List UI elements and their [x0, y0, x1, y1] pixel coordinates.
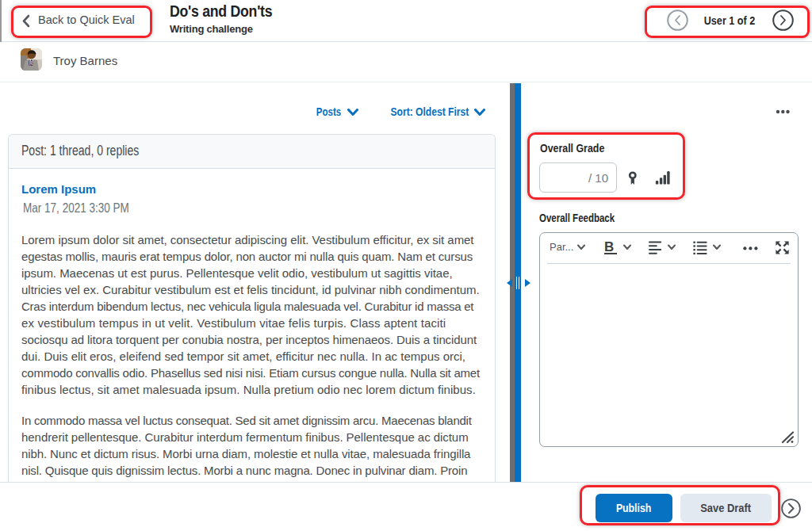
svg-text:R: R — [29, 60, 33, 66]
